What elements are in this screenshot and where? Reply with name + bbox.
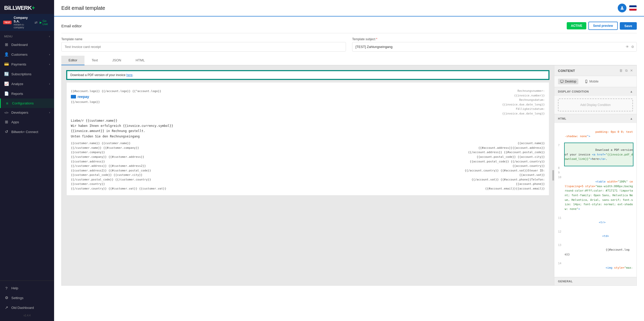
- add-display-condition-button[interactable]: Add Display Condition: [558, 98, 633, 111]
- panel-header-icons: 🗑 ⧉ ✕: [619, 69, 633, 73]
- sidebar-item-developers[interactable]: </> Developers ›: [0, 108, 54, 117]
- sidebar-item-dashboard[interactable]: ⊞ Dashboard: [0, 40, 54, 50]
- sidebar-item-label: Billwerk+ Connect: [11, 130, 38, 134]
- tab-html[interactable]: HTML: [128, 56, 152, 65]
- reepay-text: reepay: [78, 94, 89, 100]
- editor-layout: Download a PDF-version of your invoice h…: [61, 65, 637, 286]
- payments-icon: 💳: [4, 62, 9, 67]
- line-number-7: 7: [558, 143, 563, 166]
- user-avatar[interactable]: [618, 4, 626, 12]
- sidebar-item-subscriptions[interactable]: 🔄 Subscriptions: [0, 69, 54, 79]
- logo-plus: +: [32, 5, 35, 11]
- line-number-13: 13: [558, 243, 563, 261]
- apps-icon: ⊞: [4, 120, 9, 124]
- download-link[interactable]: here: [126, 73, 132, 77]
- line-number-9: 9: [558, 170, 563, 175]
- right-col-10: {{#account.email}}{{account.email}}: [310, 186, 545, 191]
- left-col-3: {{/customer.company}} {{#customer.addres…: [71, 155, 305, 159]
- language-flag[interactable]: [629, 5, 637, 11]
- right-col-6: {{/account.country}} {{#account.vat}}Ste…: [310, 168, 545, 173]
- email-invoice-info: Rechnungsnummer: {{invoice.number}} Rech…: [502, 89, 545, 116]
- topbar: Edit email template: [54, 0, 644, 17]
- template-name-label: Template name: [61, 37, 346, 41]
- chevron-up-icon-html: ▲: [630, 117, 633, 120]
- settings-icon: ⚙: [4, 295, 9, 300]
- html-code-9: [565, 170, 633, 175]
- right-col-8: {{/account.vat}} {{#account.phone}}Telef…: [310, 177, 545, 182]
- company-section[interactable]: TEST Company S.A. miriam-s-company ⇄ ▶ G…: [0, 14, 54, 31]
- display-condition-content: Add Display Condition: [554, 96, 637, 114]
- send-preview-button[interactable]: Send preview: [588, 22, 617, 30]
- html-code: padding: 0px 0 0; text-shadow: none">: [565, 125, 633, 143]
- chevron-up-icon: ▲: [630, 90, 633, 93]
- form-row: Template name Template subject* 👁 ⚙: [61, 37, 637, 52]
- sidebar-item-analyze[interactable]: 📈 Analyze ›: [0, 79, 54, 89]
- intro-text-3: Unten finden Sie den Rechnungseingang: [71, 134, 545, 139]
- editor-section: Editor Text JSON HTML Download a PDF-ver…: [61, 56, 637, 286]
- delete-icon[interactable]: 🗑: [619, 69, 623, 73]
- line-number-14: 14: [558, 261, 563, 275]
- sidebar-item-help[interactable]: ? Help: [0, 283, 54, 293]
- sidebar-item-billwerk-connect[interactable]: ↺ Billwerk+ Connect: [0, 127, 54, 137]
- email-block-main[interactable]: {{#account.logo}} {{/account.logo}} {{^a…: [67, 83, 549, 195]
- mobile-view-button[interactable]: Mobile: [582, 79, 600, 84]
- sidebar-item-label: Help: [11, 286, 18, 290]
- html-code-10: <table width="100%" cellspacing=5 style=…: [565, 175, 633, 216]
- email-block-download[interactable]: Download a PDF-version of your invoice h…: [67, 71, 549, 79]
- svg-point-0: [621, 6, 623, 8]
- help-icon: ?: [4, 286, 9, 290]
- sidebar-item-configurations[interactable]: ≡ Configurations: [0, 98, 54, 108]
- tab-json[interactable]: JSON: [105, 56, 129, 65]
- page-title: Edit email template: [61, 5, 105, 11]
- svg-point-3: [586, 82, 586, 83]
- email-editor-header: Email editor ACTIVE Send preview Save: [61, 22, 637, 33]
- view-toggle: Desktop Mobile: [554, 76, 637, 87]
- left-col-7: {{customer.postal_code}} {{customer.city…: [71, 173, 305, 177]
- active-button[interactable]: ACTIVE: [567, 22, 586, 29]
- line-number: [558, 125, 563, 143]
- settings-icon-small[interactable]: ⚙: [631, 45, 634, 49]
- html-line-7: 7 Download a PDF-version of your invoice…: [558, 143, 633, 166]
- app-logo: BiLLWERK+: [0, 0, 54, 14]
- dashboard-icon: ⊞: [4, 42, 9, 47]
- sidebar-item-payments[interactable]: 💳 Payments ›: [0, 59, 54, 69]
- tab-editor[interactable]: Editor: [61, 56, 84, 65]
- test-badge: TEST: [3, 21, 12, 24]
- close-icon[interactable]: ✕: [630, 69, 633, 73]
- canvas-toggle-button[interactable]: ‹: [552, 170, 554, 180]
- sidebar-item-reports[interactable]: 📄 Reports: [0, 89, 54, 98]
- switch-icon[interactable]: ⇄: [35, 20, 38, 24]
- sidebar-item-label: Analyze: [11, 82, 23, 86]
- html-section-header[interactable]: HTML ▲: [554, 114, 637, 123]
- invoice-number-val: {{invoice.number}}: [502, 93, 545, 98]
- copy-icon[interactable]: ⧉: [625, 69, 628, 73]
- sidebar-item-apps[interactable]: ⊞ Apps: [0, 117, 54, 127]
- template-subject-input[interactable]: [352, 42, 637, 52]
- tab-text[interactable]: Text: [84, 56, 105, 65]
- reepay-icon: [71, 95, 76, 98]
- go-live-button[interactable]: ▶ Go Live: [40, 19, 51, 26]
- html-section-title: HTML: [558, 117, 566, 120]
- sidebar-item-settings[interactable]: ⚙ Settings: [0, 293, 54, 303]
- save-button[interactable]: Save: [620, 22, 637, 30]
- sidebar-item-customers[interactable]: 👤 Customers ›: [0, 50, 54, 59]
- sidebar-item-label: Developers: [11, 111, 28, 114]
- right-col-4: {{account.postal_code}} {{/account.count…: [310, 159, 545, 164]
- template-name-group: Template name: [61, 37, 346, 52]
- sidebar-item-label: Dashboard: [11, 43, 28, 47]
- sidebar-item-label: Old Dashboard: [11, 306, 34, 310]
- collapse-icon[interactable]: ‹: [49, 35, 50, 38]
- display-condition-header[interactable]: DISPLAY CONDITION ▲: [554, 87, 637, 96]
- external-link-icon: ↗: [4, 305, 9, 310]
- sidebar-item-old-dashboard[interactable]: ↗ Old Dashboard: [0, 303, 54, 312]
- desktop-view-button[interactable]: Desktop: [558, 79, 578, 84]
- visibility-icon[interactable]: 👁: [626, 45, 629, 49]
- left-col-10: {{/customer.country}} {{#customer.vat}} …: [71, 186, 305, 191]
- svg-rect-1: [560, 80, 563, 82]
- invoice-date-val: {{invoice.due.date_long}}: [502, 102, 545, 107]
- email-logo-left: {{#account.logo}} {{/account.logo}} {{^a…: [71, 89, 161, 105]
- html-line-11: 11 <tr>: [558, 216, 633, 229]
- html-line-14: 14 <img style="max-: [558, 261, 633, 275]
- template-name-input[interactable]: [61, 42, 346, 52]
- reepay-logo: reepay: [71, 94, 161, 100]
